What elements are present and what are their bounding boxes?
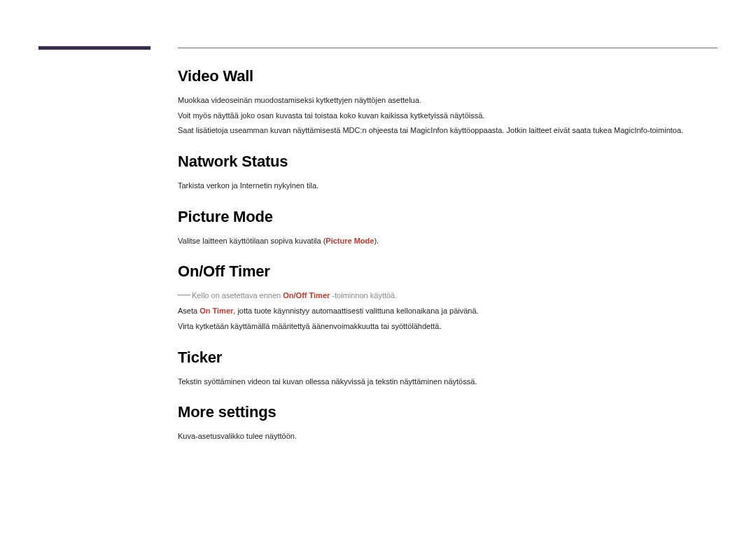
text-fragment: ).: [374, 237, 379, 245]
text-fragment: Valitse laitteen käyttötilaan sopiva kuv…: [178, 237, 326, 245]
body-text: Aseta On Timer, jotta tuote käynnistyy a…: [178, 304, 718, 318]
body-text: Tarkista verkon ja Internetin nykyinen t…: [178, 179, 718, 192]
body-text: Valitse laitteen käyttötilaan sopiva kuv…: [178, 234, 718, 248]
top-rule: [178, 48, 718, 48]
dash-icon: [178, 295, 190, 295]
body-text: Tekstin syöttäminen videon tai kuvan oll…: [178, 375, 718, 388]
text-fragment: Aseta: [178, 307, 200, 315]
body-text: Muokkaa videoseinän muodostamiseksi kytk…: [178, 94, 718, 107]
heading-network-status: Natwork Status: [178, 153, 718, 171]
body-text: Kuva-asetusvalikko tulee näyttöön.: [178, 430, 718, 443]
body-text: Voit myös näyttää joko osan kuvasta tai …: [178, 109, 718, 122]
note-text: Kello on asetettava ennen On/Off Timer -…: [178, 289, 718, 302]
heading-picture-mode: Picture Mode: [178, 208, 718, 226]
body-text: Saat lisätietoja useamman kuvan näyttämi…: [178, 124, 718, 137]
heading-more-settings: More settings: [178, 403, 718, 421]
page-content: Video Wall Muokkaa videoseinän muodostam…: [178, 67, 718, 445]
highlight-text: On Timer: [200, 307, 233, 315]
text-fragment: -toiminnon käyttöä.: [330, 291, 397, 300]
highlight-text: On/Off Timer: [283, 291, 330, 300]
text-fragment: , jotta tuote käynnistyy automaattisesti…: [233, 307, 478, 315]
heading-ticker: Ticker: [178, 349, 718, 367]
accent-bar: [38, 46, 150, 50]
body-text: Virta kytketään käyttämällä määritettyä …: [178, 320, 718, 333]
heading-on-off-timer: On/Off Timer: [178, 262, 718, 281]
heading-video-wall: Video Wall: [178, 67, 718, 85]
text-fragment: Kello on asetettava ennen: [192, 291, 283, 300]
highlight-text: Picture Mode: [326, 237, 374, 245]
